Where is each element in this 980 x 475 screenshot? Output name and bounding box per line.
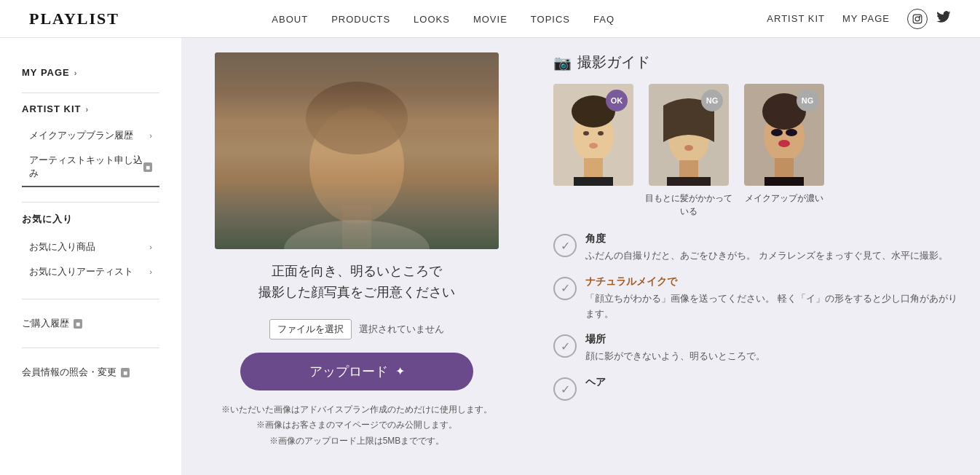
nav-link-movie[interactable]: MOVIE xyxy=(473,14,507,25)
nav-link-topics[interactable]: TOPICS xyxy=(531,14,570,25)
sidebar-divider-2 xyxy=(22,202,159,203)
svg-point-5 xyxy=(306,82,408,154)
upload-main-text: 正面を向き、明るいところで撮影した顔写真をご用意ください xyxy=(258,261,455,303)
nav-link-faq[interactable]: FAQ xyxy=(593,14,615,25)
guide-item-title: ナチュラルメイクで xyxy=(585,275,958,288)
sidebar-divider xyxy=(22,93,159,93)
upload-note: ※いただいた画像はアドバイスプラン作成のためだけに使用します。 xyxy=(221,402,492,418)
tag-icon: ■ xyxy=(74,319,82,329)
guide-example-ng: NG目もとに髪がかかっている xyxy=(645,84,732,218)
upload-note: ※画像のアップロード上限は5MBまでです。 xyxy=(221,433,492,450)
chevron-right-icon: › xyxy=(74,68,78,77)
twitter-icon[interactable] xyxy=(936,11,951,26)
site-logo[interactable]: PLAYLIST xyxy=(29,9,119,28)
file-select-button[interactable]: ファイルを選択 xyxy=(269,319,352,339)
svg-point-27 xyxy=(786,129,797,136)
artist-kit-link[interactable]: ARTIST KIT xyxy=(767,13,825,24)
guide-example-ng: NGメイクアップが濃い xyxy=(744,84,824,218)
guide-badge-ok: OK xyxy=(606,90,628,111)
guide-check-icon: ✓ xyxy=(553,277,577,300)
nav-link-about[interactable]: ABOUT xyxy=(272,14,308,25)
guide-item: ✓ヘア xyxy=(553,376,958,401)
guide-badge-ng: NG xyxy=(797,90,818,111)
site-header: PLAYLIST ABOUTPRODUCTSLOOKSMOVIETOPICSFA… xyxy=(0,0,980,38)
chevron-right-icon: › xyxy=(149,243,152,251)
sidebar-group-favorites: お気に入り お気に入り商品 › お気に入りアーティスト › xyxy=(22,213,159,284)
sidebar-item-favorite-products[interactable]: お気に入り商品 › xyxy=(22,235,159,259)
sidebar-item-favorite-artists[interactable]: お気に入りアーティスト › xyxy=(22,259,159,284)
svg-point-13 xyxy=(583,131,589,136)
guide-item-desc: 「顔立ちがわかる」画像を送ってください。 軽く「イ」の形をすると少し口角があがり… xyxy=(585,291,958,322)
svg-rect-0 xyxy=(913,15,922,23)
svg-point-28 xyxy=(778,140,790,147)
sidebar-divider-3 xyxy=(22,299,159,299)
file-select-row: ファイルを選択 選択されていません xyxy=(269,319,444,339)
sidebar-item-artistkit[interactable]: ARTIST KIT › xyxy=(22,103,159,114)
sidebar-item-favorites[interactable]: お気に入り xyxy=(22,213,159,226)
sidebar-group-artistkit: ARTIST KIT › メイクアップブラン履歴 › アーティストキット申し込み… xyxy=(22,103,159,187)
guide-badge-ng: NG xyxy=(701,90,723,111)
upload-button[interactable]: アップロード ✦ xyxy=(240,353,473,390)
guide-item-title: 角度 xyxy=(585,232,958,246)
svg-point-1 xyxy=(915,17,920,21)
upload-section: 正面を向き、明るいところで撮影した顔写真をご用意ください ファイルを選択 選択さ… xyxy=(182,38,532,475)
guide-item: ✓角度ふだんの自撮りだと、あごをひきがち。 カメラレンズをまっすぐ見て、水平に撮… xyxy=(553,232,958,264)
svg-point-26 xyxy=(771,129,783,136)
svg-rect-12 xyxy=(574,177,613,186)
guide-item-content: ナチュラルメイクで「顔立ちがわかる」画像を送ってください。 軽く「イ」の形をする… xyxy=(585,275,958,322)
upload-note: ※画像はお客さまのマイページでのみ公開します。 xyxy=(221,417,492,433)
guide-section: 📷 撮影ガイド OK NG目もとに髪がかかっている xyxy=(532,38,980,475)
chevron-right-icon: › xyxy=(86,105,90,114)
main-nav: ABOUTPRODUCTSLOOKSMOVIETOPICSFAQ xyxy=(272,13,615,25)
sidebar-item-purchase-history[interactable]: ご購入履歴 ■ xyxy=(22,310,159,337)
guide-items: ✓角度ふだんの自撮りだと、あごをひきがち。 カメラレンズをまっすぐ見て、水平に撮… xyxy=(553,232,958,401)
sidebar-item-artistkit-apply[interactable]: アーティストキット申し込み ■ xyxy=(22,148,159,187)
star-icon: ✦ xyxy=(395,364,405,378)
file-no-selected-label: 選択されていません xyxy=(359,323,444,336)
svg-point-15 xyxy=(589,143,598,149)
guide-title-row: 📷 撮影ガイド xyxy=(553,52,958,72)
guide-item-desc: 顔に影ができないよう、明るいところで。 xyxy=(585,349,958,364)
sidebar-item-mypage[interactable]: MY PAGE › xyxy=(22,67,159,78)
tag-icon: ■ xyxy=(121,368,130,377)
svg-rect-19 xyxy=(667,177,711,186)
guide-item-title: 場所 xyxy=(585,333,958,346)
chevron-right-icon: › xyxy=(149,131,152,140)
guide-example-caption: 目もとに髪がかかっている xyxy=(645,192,732,218)
svg-point-14 xyxy=(598,131,604,136)
guide-item-content: ヘア xyxy=(585,376,958,392)
guide-check-icon: ✓ xyxy=(553,234,577,257)
guide-title: 撮影ガイド xyxy=(577,52,650,72)
guide-item-title: ヘア xyxy=(585,376,958,389)
main-content: 正面を向き、明るいところで撮影した顔写真をご用意ください ファイルを選択 選択さ… xyxy=(182,38,980,475)
svg-point-2 xyxy=(920,16,920,17)
guide-item: ✓ナチュラルメイクで「顔立ちがわかる」画像を送ってください。 軽く「イ」の形をす… xyxy=(553,275,958,322)
svg-point-20 xyxy=(684,145,693,151)
my-page-link[interactable]: MY PAGE xyxy=(842,13,890,24)
guide-example-ok: OK xyxy=(553,84,633,218)
social-icons xyxy=(907,9,951,29)
upload-button-label: アップロード xyxy=(309,363,388,380)
page-layout: MY PAGE › ARTIST KIT › メイクアップブラン履歴 › アーテ… xyxy=(0,38,980,475)
guide-item-content: 角度ふだんの自撮りだと、あごをひきがち。 カメラレンズをまっすぐ見て、水平に撮影… xyxy=(585,232,958,264)
guide-item-desc: ふだんの自撮りだと、あごをひきがち。 カメラレンズをまっすぐ見て、水平に撮影。 xyxy=(585,248,958,264)
svg-rect-25 xyxy=(764,177,804,186)
nav-link-products[interactable]: PRODUCTS xyxy=(331,14,390,25)
sidebar-item-account[interactable]: 会員情報の照会・変更 ■ xyxy=(22,358,159,386)
nav-link-looks[interactable]: LOOKS xyxy=(414,14,450,25)
sidebar-item-makeup-history[interactable]: メイクアップブラン履歴 › xyxy=(22,123,159,148)
instagram-icon[interactable] xyxy=(907,9,928,29)
guide-check-icon: ✓ xyxy=(553,377,577,401)
guide-example-caption: メイクアップが濃い xyxy=(745,192,823,205)
upload-text-area: 正面を向き、明るいところで撮影した顔写真をご用意ください xyxy=(258,261,455,303)
sidebar: MY PAGE › ARTIST KIT › メイクアップブラン履歴 › アーテ… xyxy=(0,38,182,475)
face-photo-preview xyxy=(215,52,499,249)
sidebar-divider-4 xyxy=(22,348,159,348)
header-right: ARTIST KIT MY PAGE xyxy=(767,9,951,29)
upload-notes: ※いただいた画像はアドバイスプラン作成のためだけに使用します。※画像はお客さまの… xyxy=(221,402,492,450)
guide-check-icon: ✓ xyxy=(553,334,577,358)
guide-examples: OK NG目もとに髪がかかっている NGメイクアップが濃い xyxy=(553,84,958,218)
guide-item-content: 場所顔に影ができないよう、明るいところで。 xyxy=(585,333,958,364)
tag-icon: ■ xyxy=(143,162,152,172)
face-overlay xyxy=(215,52,499,249)
